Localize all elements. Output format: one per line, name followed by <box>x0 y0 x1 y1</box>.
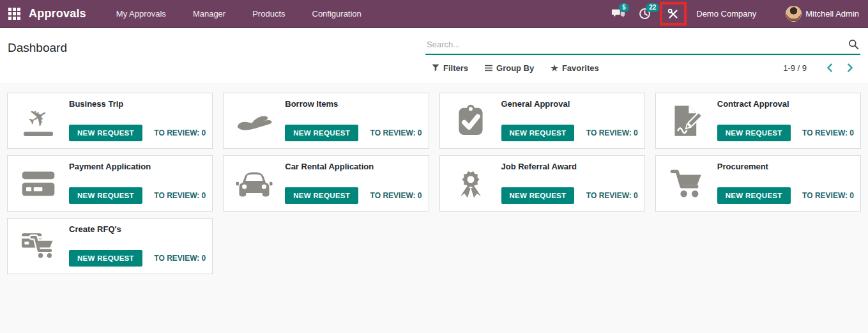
new-request-button[interactable]: NEW REQUEST <box>285 187 358 204</box>
card-title: Car Rental Application <box>285 162 422 171</box>
to-review-link[interactable]: TO REVIEW: 0 <box>154 254 206 263</box>
card-car-rental[interactable]: Car Rental Application NEW REQUEST TO RE… <box>223 155 429 212</box>
to-review-link[interactable]: TO REVIEW: 0 <box>154 128 206 137</box>
menu-configuration[interactable]: Configuration <box>299 0 375 28</box>
card-title: Business Trip <box>69 99 206 109</box>
new-request-button[interactable]: NEW REQUEST <box>501 187 575 204</box>
to-review-link[interactable]: TO REVIEW: 0 <box>586 128 638 137</box>
card-title: Procurement <box>717 162 854 171</box>
card-general-approval[interactable]: General Approval NEW REQUEST TO REVIEW: … <box>439 93 645 149</box>
award-ribbon-icon <box>440 156 501 211</box>
group-by-button[interactable]: Group By <box>485 63 534 73</box>
card-procurement[interactable]: Procurement NEW REQUEST TO REVIEW: 0 <box>655 155 861 212</box>
card-title: General Approval <box>501 99 638 109</box>
company-switcher[interactable]: Demo Company <box>689 9 764 19</box>
new-request-button[interactable]: NEW REQUEST <box>69 125 142 141</box>
pager: 1-9 / 9 <box>783 63 860 73</box>
new-request-button[interactable]: NEW REQUEST <box>285 125 358 141</box>
messages-badge: 5 <box>619 3 629 12</box>
card-borrow-items[interactable]: Borrow Items NEW REQUEST TO REVIEW: 0 <box>223 93 429 149</box>
favorites-button[interactable]: ★ Favorites <box>551 63 598 73</box>
to-review-link[interactable]: TO REVIEW: 0 <box>370 191 422 200</box>
contract-sign-icon <box>656 93 717 148</box>
avatar <box>786 6 802 22</box>
new-request-button[interactable]: NEW REQUEST <box>69 187 142 204</box>
plane-departure-icon: ✈ <box>8 93 69 148</box>
group-by-icon <box>485 65 492 72</box>
pager-next-button[interactable] <box>840 63 860 73</box>
menu-my-approvals[interactable]: My Approvals <box>103 0 179 28</box>
pager-previous-button[interactable] <box>819 63 840 73</box>
search-icon <box>848 39 859 50</box>
developer-tools-button[interactable] <box>659 0 687 28</box>
to-review-link[interactable]: TO REVIEW: 0 <box>802 128 854 137</box>
user-menu[interactable]: Mitchell Admin <box>783 6 868 22</box>
to-review-link[interactable]: TO REVIEW: 0 <box>802 191 854 200</box>
to-review-link[interactable]: TO REVIEW: 0 <box>154 191 206 200</box>
new-request-button[interactable]: NEW REQUEST <box>69 250 142 267</box>
rfq-card-cart-icon <box>8 219 69 274</box>
card-create-rfqs[interactable]: Create RFQ's NEW REQUEST TO REVIEW: 0 <box>7 218 213 274</box>
menu-products[interactable]: Products <box>239 0 298 28</box>
card-title: Borrow Items <box>285 99 422 109</box>
to-review-link[interactable]: TO REVIEW: 0 <box>370 128 422 137</box>
card-title: Job Referral Award <box>501 162 638 171</box>
filters-row: Filters Group By ★ Favorites 1-9 / 9 <box>425 63 860 73</box>
apps-grid-icon <box>8 8 20 20</box>
page-title: Dashboard <box>8 41 67 83</box>
messages-button[interactable]: 5 <box>605 0 632 28</box>
activities-button[interactable]: 22 <box>632 0 658 28</box>
shopping-cart-icon <box>656 156 717 211</box>
new-request-button[interactable]: NEW REQUEST <box>717 125 791 141</box>
developer-tools-icon <box>667 8 680 20</box>
card-job-referral-award[interactable]: Job Referral Award NEW REQUEST TO REVIEW… <box>439 155 645 212</box>
activities-badge: 22 <box>646 3 659 12</box>
star-icon: ★ <box>551 64 558 72</box>
dashboard-card-grid: ✈ Business Trip NEW REQUEST TO REVIEW: 0… <box>0 83 868 284</box>
credit-card-icon <box>8 156 69 211</box>
funnel-icon <box>432 64 439 72</box>
pager-range: 1-9 / 9 <box>783 63 807 73</box>
clipboard-check-icon <box>440 93 501 148</box>
chevron-left-icon <box>825 63 834 73</box>
search-button[interactable] <box>848 39 859 50</box>
card-title: Contract Approval <box>717 99 854 109</box>
navbar-systray: 5 22 Demo Company Mitchell Admin <box>605 0 868 28</box>
card-payment-application[interactable]: Payment Application NEW REQUEST TO REVIE… <box>7 155 213 212</box>
to-review-link[interactable]: TO REVIEW: 0 <box>586 191 638 200</box>
control-panel: Dashboard Filters Group By <box>0 28 868 83</box>
main-menu: My Approvals Manager Products Configurat… <box>103 0 375 28</box>
new-request-button[interactable]: NEW REQUEST <box>717 187 791 204</box>
search-bar <box>425 35 860 55</box>
app-name: Approvals <box>29 7 86 20</box>
top-navbar: Approvals My Approvals Manager Products … <box>0 0 868 28</box>
filters-button[interactable]: Filters <box>432 63 468 73</box>
borrow-hand-icon <box>224 93 285 148</box>
card-title: Payment Application <box>69 162 206 171</box>
card-title: Create RFQ's <box>69 224 206 234</box>
new-request-button[interactable]: NEW REQUEST <box>501 125 575 141</box>
car-icon <box>224 156 285 211</box>
user-name: Mitchell Admin <box>805 9 859 19</box>
apps-menu-button[interactable] <box>0 0 29 28</box>
card-contract-approval[interactable]: Contract Approval NEW REQUEST TO REVIEW:… <box>655 93 861 149</box>
search-input[interactable] <box>425 35 860 54</box>
menu-manager[interactable]: Manager <box>179 0 239 28</box>
chevron-right-icon <box>846 63 855 73</box>
card-business-trip[interactable]: ✈ Business Trip NEW REQUEST TO REVIEW: 0 <box>7 93 213 149</box>
